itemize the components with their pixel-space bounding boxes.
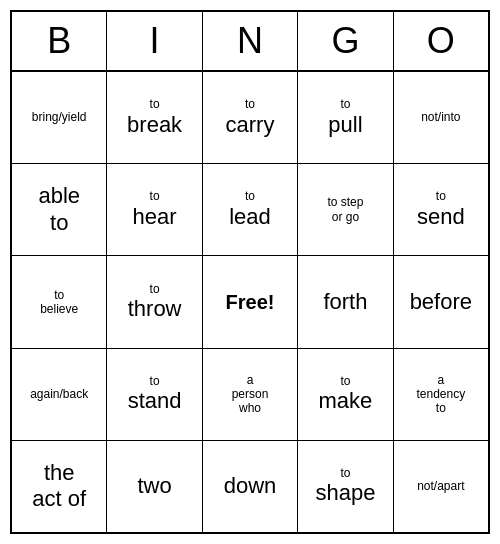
cell-text-0-3-1: pull [328,112,362,138]
cell-text-1-3-0: to step [327,195,363,209]
cell-text-0-4-0: not/into [421,110,460,124]
cell-text-1-0-1: to [50,210,68,236]
cell-1-1: tohear [107,164,202,255]
header-G: G [298,12,393,70]
header-N: N [203,12,298,70]
cell-text-3-2-1: person [232,387,269,401]
cell-1-4: tosend [394,164,488,255]
cell-text-2-1-0: to [150,282,160,296]
cell-text-1-4-0: to [436,189,446,203]
cell-text-3-2-2: who [239,401,261,415]
cell-0-4: not/into [394,72,488,163]
cell-text-2-2-0: Free! [226,290,275,314]
cell-text-4-4-0: not/apart [417,479,464,493]
cell-text-0-1-0: to [150,97,160,111]
cell-text-1-3-1: or go [332,210,359,224]
cell-text-4-3-1: shape [315,480,375,506]
cell-2-2: Free! [203,256,298,347]
cell-text-4-1-0: two [137,473,171,499]
cell-text-3-4-1: tendency [416,387,465,401]
bingo-grid: bring/yieldtobreaktocarrytopullnot/intoa… [12,72,488,532]
cell-text-3-3-1: make [319,388,373,414]
cell-text-2-0-1: believe [40,302,78,316]
cell-1-0: ableto [12,164,107,255]
cell-4-3: toshape [298,441,393,532]
header-B: B [12,12,107,70]
cell-text-4-3-0: to [340,466,350,480]
cell-text-3-0-0: again/back [30,387,88,401]
cell-4-4: not/apart [394,441,488,532]
grid-row-3: again/backtostandapersonwhotomakeatenden… [12,349,488,441]
cell-text-2-3-0: forth [323,289,367,315]
cell-4-2: down [203,441,298,532]
cell-text-3-2-0: a [247,373,254,387]
cell-0-3: topull [298,72,393,163]
cell-3-4: atendencyto [394,349,488,440]
header-O: O [394,12,488,70]
cell-text-0-2-0: to [245,97,255,111]
cell-text-1-2-1: lead [229,204,271,230]
cell-text-3-4-0: a [437,373,444,387]
grid-row-0: bring/yieldtobreaktocarrytopullnot/into [12,72,488,164]
cell-1-2: tolead [203,164,298,255]
cell-text-1-2-0: to [245,189,255,203]
cell-text-0-3-0: to [340,97,350,111]
cell-text-1-0-0: able [38,183,80,209]
cell-2-1: tothrow [107,256,202,347]
grid-row-4: theact oftwodowntoshapenot/apart [12,441,488,532]
cell-3-3: tomake [298,349,393,440]
cell-text-3-4-2: to [436,401,446,415]
cell-text-3-1-0: to [150,374,160,388]
cell-text-1-1-1: hear [133,204,177,230]
cell-text-2-1-1: throw [128,296,182,322]
cell-1-3: to stepor go [298,164,393,255]
cell-text-3-1-1: stand [128,388,182,414]
cell-2-4: before [394,256,488,347]
grid-row-1: abletotoheartoleadto stepor gotosend [12,164,488,256]
cell-text-4-0-0: the [44,460,75,486]
cell-text-4-0-1: act of [32,486,86,512]
cell-3-0: again/back [12,349,107,440]
cell-text-0-0-0: bring/yield [32,110,87,124]
cell-3-2: apersonwho [203,349,298,440]
cell-0-2: tocarry [203,72,298,163]
bingo-card: BINGO bring/yieldtobreaktocarrytopullnot… [10,10,490,534]
cell-text-2-0-0: to [54,288,64,302]
grid-row-2: tobelievetothrowFree!forthbefore [12,256,488,348]
cell-text-3-3-0: to [340,374,350,388]
cell-text-1-1-0: to [150,189,160,203]
cell-0-1: tobreak [107,72,202,163]
header-I: I [107,12,202,70]
cell-3-1: tostand [107,349,202,440]
header-row: BINGO [12,12,488,72]
cell-0-0: bring/yield [12,72,107,163]
cell-text-4-2-0: down [224,473,277,499]
cell-text-1-4-1: send [417,204,465,230]
cell-2-3: forth [298,256,393,347]
cell-4-1: two [107,441,202,532]
cell-text-2-4-0: before [410,289,472,315]
cell-text-0-1-1: break [127,112,182,138]
cell-4-0: theact of [12,441,107,532]
cell-text-0-2-1: carry [226,112,275,138]
cell-2-0: tobelieve [12,256,107,347]
